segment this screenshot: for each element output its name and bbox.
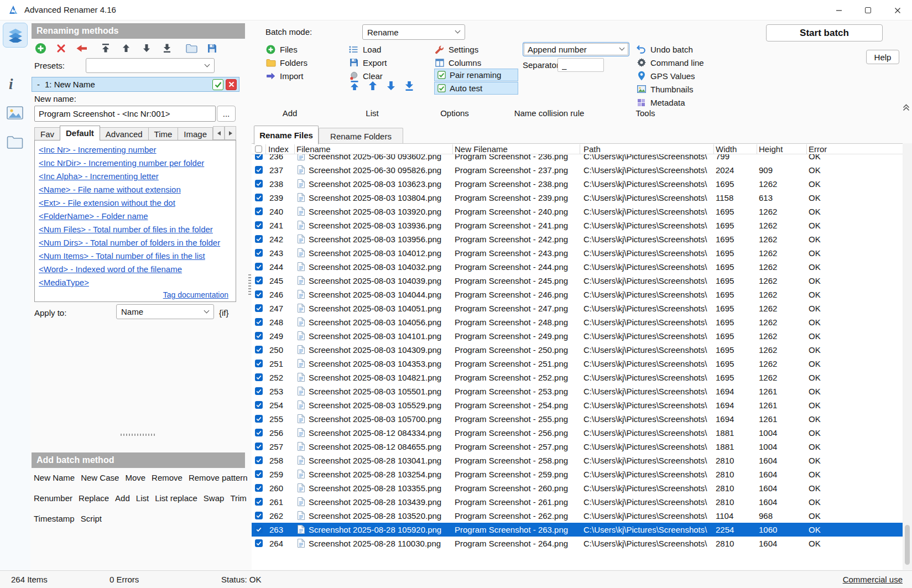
row-checkbox[interactable] [255,470,263,478]
tag-link[interactable]: <Num Files> - Total number of files in t… [39,223,236,236]
tag-link[interactable]: <Inc Alpha> - Incrementing letter [39,170,236,183]
row-checkbox[interactable] [255,194,263,202]
collision-rule-combo[interactable]: Append number [523,42,629,56]
row-checkbox[interactable] [255,346,263,354]
license-link[interactable]: Commercial use [843,575,903,584]
enable-method-icon[interactable] [212,79,223,90]
row-checkbox[interactable] [255,235,263,243]
table-row[interactable]: 254Screenshot 2025-08-03 105529.pngProgr… [252,398,903,412]
open-preset-icon[interactable] [185,42,197,54]
export-button[interactable]: Export [348,56,387,69]
row-checkbox[interactable] [255,429,263,437]
rail-item-folders[interactable] [7,136,23,149]
row-checkbox[interactable] [255,332,263,340]
row-checkbox[interactable] [255,401,263,409]
thumbnails-button[interactable]: Thumbnails [636,83,694,95]
tag-tab-fav[interactable]: Fav [34,127,60,141]
table-row[interactable]: 240Screenshot 2025-08-03 103920.pngProgr… [252,205,903,218]
table-row[interactable]: 249Screenshot 2025-08-03 104101.pngProgr… [252,329,903,343]
column-header-width[interactable]: Width [716,144,737,154]
table-row[interactable]: 257Screenshot 2025-08-12 084655.pngProgr… [252,440,903,454]
tag-link[interactable]: <Num Dirs> - Total number of folders in … [39,236,236,249]
folders-button[interactable]: Folders [265,56,308,69]
table-row[interactable]: 248Screenshot 2025-08-03 104056.pngProgr… [252,315,903,329]
columns-button[interactable]: Columns [434,56,481,69]
row-checkbox[interactable] [255,290,263,299]
row-checkbox[interactable] [255,277,263,285]
tag-tab-default[interactable]: Default [60,126,100,141]
horizontal-splitter[interactable] [121,434,156,436]
add-method-link[interactable]: Swap [204,493,225,503]
help-button[interactable]: Help [866,50,899,64]
rail-item-images[interactable] [7,106,23,119]
select-all-checkbox[interactable] [255,145,262,153]
tag-tab-advanced[interactable]: Advanced [100,127,149,141]
move-bottom-icon[interactable] [161,42,173,54]
import-button[interactable]: Import [265,70,304,82]
table-row[interactable]: 250Screenshot 2025-08-03 104309.pngProgr… [252,343,903,357]
table-row[interactable]: 256Screenshot 2025-08-12 084334.pngProgr… [252,426,903,440]
table-row[interactable]: 252Screenshot 2025-08-03 104821.pngProgr… [252,371,903,384]
settings-button[interactable]: Settings [434,43,478,55]
file-table-header[interactable]: Index Filename New Filename Path Width H… [252,144,903,154]
method-collapse-glyph[interactable]: - [37,80,40,89]
table-row[interactable]: 239Screenshot 2025-08-03 103804.pngProgr… [252,191,903,205]
table-row[interactable]: 247Screenshot 2025-08-03 104051.pngProgr… [252,301,903,315]
row-checkbox[interactable] [255,415,263,423]
table-row[interactable]: 261Screenshot 2025-08-28 103439.pngProgr… [252,495,903,509]
collapse-toolbar-button[interactable] [902,104,910,111]
add-method-link[interactable]: List replace [155,493,197,503]
gps-values-button[interactable]: GPS Values [636,70,695,82]
tag-link[interactable]: <FolderName> - Folder name [39,210,236,223]
rail-item-info[interactable]: i [9,76,13,93]
tag-link[interactable]: <MediaType> [39,276,236,289]
row-checkbox[interactable] [255,180,263,188]
apply-to-combo[interactable]: Name [116,304,214,319]
table-row[interactable]: 244Screenshot 2025-08-03 104032.pngProgr… [252,260,903,274]
files-button[interactable]: Files [265,43,298,55]
add-method-link[interactable]: Replace [79,493,109,503]
add-method-link[interactable]: Renumber [34,493,72,503]
table-row[interactable]: 263Screenshot 2025-08-28 105920.pngProgr… [252,523,903,537]
move-up-icon[interactable] [120,42,132,54]
row-checkbox[interactable] [255,154,263,160]
column-header-error[interactable]: Error [809,144,827,154]
tab-rename-folders[interactable]: Rename Folders [319,128,403,144]
row-checkbox[interactable] [255,512,263,520]
table-row[interactable]: 260Screenshot 2025-08-28 103355.pngProgr… [252,481,903,495]
table-row[interactable]: 238Screenshot 2025-08-03 103623.pngProgr… [252,177,903,191]
load-button[interactable]: Load [348,43,381,55]
add-method-link[interactable]: New Name [34,473,75,482]
add-method-link[interactable]: Remove [152,473,183,482]
row-checkbox[interactable] [255,304,263,313]
table-row[interactable]: 237Screenshot 2025-06-30 095826.pngProgr… [252,163,903,177]
scrollbar-thumb[interactable] [905,525,910,565]
tag-link[interactable]: <Name> - File name without extension [39,183,236,196]
presets-combo[interactable] [86,58,215,73]
delete-method-icon[interactable] [226,79,237,90]
table-row[interactable]: 242Screenshot 2025-08-03 103956.pngProgr… [252,232,903,246]
move-top-icon[interactable] [100,42,112,54]
metadata-button[interactable]: Metadata [636,96,685,108]
add-method-link[interactable]: Remove pattern [189,473,248,482]
table-row[interactable]: 264Screenshot 2025-08-28 110030.pngProgr… [252,537,903,550]
command-line-button[interactable]: Command line [636,56,704,69]
list-move-up-icon[interactable] [368,81,377,91]
row-checkbox[interactable] [255,249,263,257]
batch-mode-combo[interactable]: Rename [362,24,465,40]
table-row[interactable]: 245Screenshot 2025-08-03 104039.pngProgr… [252,274,903,288]
list-move-down-icon[interactable] [387,81,395,91]
tag-documentation-link[interactable]: Tag documentation [163,290,228,299]
add-method-icon[interactable] [34,42,46,54]
tag-link[interactable]: <Word> - Indexed word of the filename [39,263,236,276]
table-scrollbar[interactable] [903,143,912,570]
table-row[interactable]: 243Screenshot 2025-08-03 104012.pngProgr… [252,246,903,260]
row-checkbox[interactable] [255,263,263,271]
tag-link[interactable]: <Ext> - File extension without the dot [39,196,236,210]
maximize-button[interactable] [853,0,883,20]
minimize-button[interactable] [824,0,853,20]
tag-link[interactable]: <Num Items> - Total number of files in t… [39,249,236,263]
row-checkbox[interactable] [255,484,263,492]
tab-rename-files[interactable]: Rename Files [254,126,319,144]
move-down-icon[interactable] [140,42,153,54]
